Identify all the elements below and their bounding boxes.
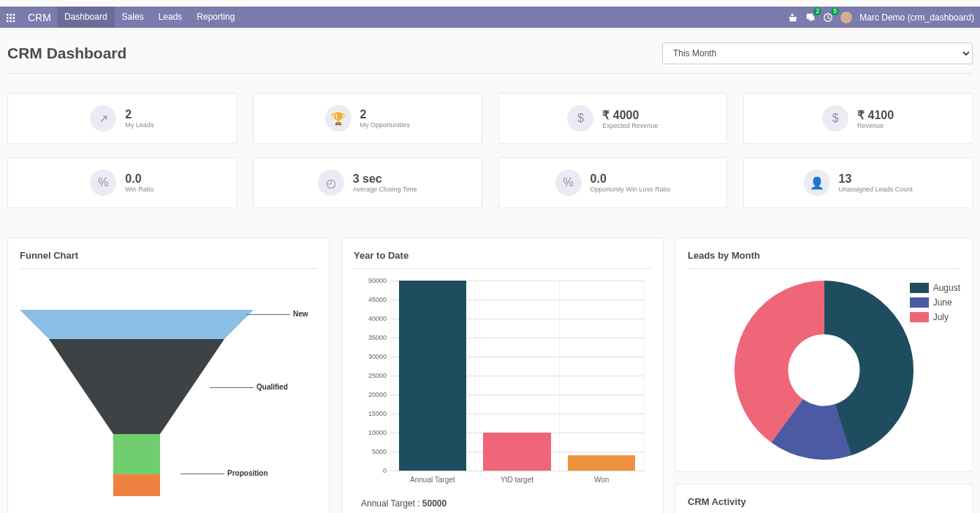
kpi-card: 👤13Unassigned Leads Count (743, 157, 973, 208)
kpi-label: Unassigned Leads Count (839, 186, 913, 193)
nav: DashboardSalesLeadsReporting (57, 7, 242, 28)
activity-card: CRM Activity CallEmail (675, 484, 973, 513)
kpi-card: $₹ 4100Revenue (743, 93, 973, 144)
kpi-label: My Leads (125, 121, 153, 129)
funnel-card: Funnel Chart New Qualified Proposition (7, 238, 330, 513)
svg-rect-1 (10, 14, 12, 16)
kpi-label: Expected Revenue (602, 122, 658, 129)
kpi-card: $₹ 4000Expected Revenue (498, 93, 728, 144)
user-name[interactable]: Marc Demo (crm_dashboard) (859, 12, 974, 23)
svg-rect-3 (7, 17, 9, 19)
messages-icon[interactable]: 2 (805, 12, 816, 23)
nav-item-sales[interactable]: Sales (115, 7, 151, 28)
gift-icon[interactable] (788, 12, 798, 23)
nav-item-reporting[interactable]: Reporting (189, 7, 242, 28)
funnel-label-qualified: Qualified (261, 383, 292, 391)
kpi-label: Average Closing Time (353, 186, 417, 193)
kpi-value: 2 (125, 108, 153, 121)
kpi-label: Revenue (857, 122, 894, 129)
kpi-value: 2 (360, 108, 410, 121)
app-name[interactable]: CRM (22, 12, 57, 23)
svg-rect-7 (10, 20, 12, 22)
svg-rect-5 (13, 17, 15, 19)
period-select[interactable]: This Month (662, 42, 973, 64)
ytd-bar (399, 281, 467, 471)
legend-item: August (910, 281, 960, 295)
apps-icon[interactable] (0, 11, 22, 23)
svg-rect-0 (7, 14, 9, 16)
percent-icon: % (90, 170, 116, 196)
kpi-label: My Opportunities (360, 121, 410, 129)
topbar: CRM DashboardSalesLeadsReporting 2 5 Mar… (0, 7, 980, 28)
ytd-bar (568, 455, 636, 471)
messages-badge: 2 (813, 7, 821, 15)
kpi-value: 0.0 (590, 172, 671, 186)
ytd-bar (483, 433, 551, 471)
ytd-annual: Annual Target : 50000 (361, 498, 651, 509)
kpi-card: ◴3 secAverage Closing Time (253, 157, 482, 208)
clock-icon: ◴ (318, 170, 344, 196)
svg-rect-2 (13, 14, 15, 16)
percent-icon: % (555, 170, 582, 196)
user-x-icon: 👤 (804, 170, 830, 196)
funnel-title: Funnel Chart (20, 250, 317, 269)
content: CRM Dashboard This Month ↗2My Leads🏆2My … (0, 28, 980, 513)
avatar[interactable] (840, 12, 852, 23)
funnel-seg-new (20, 310, 254, 339)
clock-icon[interactable]: 5 (823, 12, 833, 23)
funnel-seg-below (20, 474, 254, 496)
funnel-seg-proposition (20, 434, 254, 474)
kpi-card: %0.0Opportunity Win Loss Ratio (498, 157, 728, 208)
svg-rect-8 (13, 20, 15, 22)
dollar-icon: $ (567, 105, 593, 132)
kpi-value: 13 (839, 172, 913, 186)
leads-legend: AugustJuneJuly (910, 281, 960, 324)
ytd-barchart: 0500010000150002000025000300003500040000… (354, 281, 651, 485)
svg-rect-4 (10, 17, 12, 19)
nav-item-leads[interactable]: Leads (151, 7, 190, 28)
leads-donut (734, 281, 913, 460)
kpi-value: 3 sec (353, 172, 417, 186)
ytd-bar-label: Annual Target (410, 476, 455, 484)
legend-item: July (910, 310, 960, 324)
ytd-title: Year to Date (354, 250, 651, 269)
leads-card: Leads by Month AugustJuneJuly (675, 238, 973, 472)
clock-badge: 5 (831, 7, 839, 15)
kpi-row: ↗2My Leads🏆2My Opportunities$₹ 4000Expec… (7, 93, 973, 144)
trophy-icon: 🏆 (325, 105, 352, 132)
kpi-row: %0.0Win Ratio◴3 secAverage Closing Time%… (7, 157, 973, 208)
line-chart-icon: ↗ (90, 105, 116, 132)
dollar-icon: $ (822, 105, 848, 132)
activity-title: CRM Activity (688, 496, 960, 513)
ytd-bar-label: YtD target (501, 476, 533, 484)
legend-item: June (910, 295, 960, 310)
kpi-value: ₹ 4000 (602, 108, 658, 122)
kpi-card: %0.0Win Ratio (7, 157, 237, 208)
page-title: CRM Dashboard (7, 45, 126, 62)
kpi-card: ↗2My Leads (7, 93, 237, 144)
kpi-value: ₹ 4100 (857, 108, 894, 122)
nav-item-dashboard[interactable]: Dashboard (57, 7, 115, 28)
kpi-card: 🏆2My Opportunities (253, 93, 482, 144)
ytd-bar-label: Won (594, 476, 609, 484)
kpi-value: 0.0 (125, 172, 153, 186)
kpi-label: Opportunity Win Loss Ratio (590, 186, 671, 193)
ytd-card: Year to Date 050001000015000200002500030… (341, 238, 664, 513)
kpi-label: Win Ratio (125, 186, 153, 193)
svg-rect-6 (7, 20, 9, 22)
page-header: CRM Dashboard This Month (7, 35, 973, 74)
leads-title: Leads by Month (688, 250, 960, 269)
funnel-label-proposition: Proposition (232, 469, 273, 477)
funnel-label-new: New (297, 310, 313, 318)
